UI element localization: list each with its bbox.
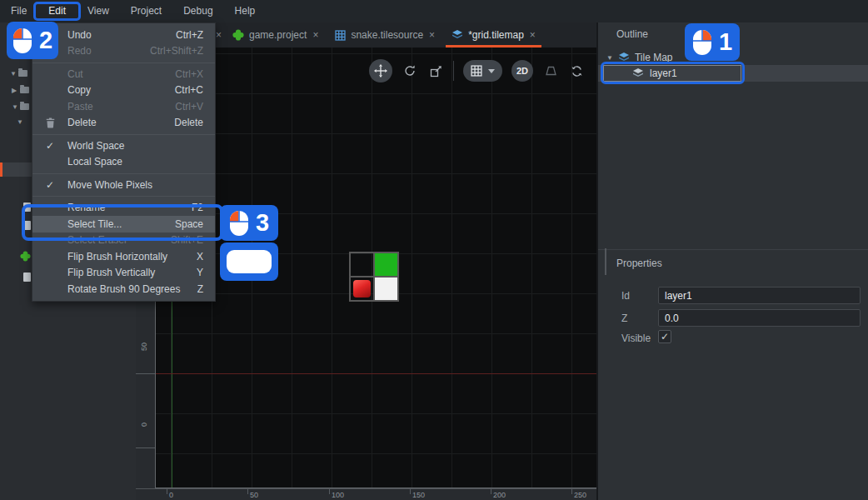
ruler-tick [136, 448, 155, 448]
x-axis-line [156, 373, 596, 374]
folder-icon [18, 70, 27, 77]
rotate-tool-button[interactable] [402, 59, 418, 82]
move-tool-button[interactable] [369, 59, 392, 82]
menu-help[interactable]: Help [224, 0, 267, 22]
grid-icon [471, 65, 482, 77]
file-icon[interactable] [23, 202, 31, 212]
menu-item-copy[interactable]: CopyCtrl+C [32, 82, 215, 99]
menu-item-select-tile[interactable]: Select Tile...Space [32, 216, 215, 232]
tilemap-cells[interactable] [349, 252, 399, 302]
visible-checkbox[interactable]: ✓ [658, 330, 671, 343]
menu-item-flip-brush-vertically[interactable]: Flip Brush VerticallyY [32, 265, 215, 282]
folder-icon [20, 103, 29, 110]
2d-mode-button[interactable]: 2D [511, 60, 533, 82]
tab-game-project[interactable]: game.project × [224, 22, 327, 48]
expander-open-icon[interactable]: ▼ [12, 103, 20, 111]
expander-open-icon[interactable]: ▼ [10, 70, 18, 78]
menu-item-local-space[interactable]: Local Space [32, 154, 215, 171]
menu-item-rotate-brush-90-degrees[interactable]: Rotate Brush 90 DegreesZ [32, 281, 215, 298]
tab-label: game.project [249, 29, 307, 41]
tab-snake-tilesource[interactable]: snake.tilesource × [327, 22, 443, 48]
z-field-label: Z [621, 312, 627, 324]
menu-item-move-whole-pixels[interactable]: ✓ Move Whole Pixels [32, 177, 215, 193]
tile-empty[interactable] [351, 253, 373, 276]
ruler-label: 250 [574, 491, 586, 499]
ruler-label: 200 [493, 491, 506, 499]
tile-green[interactable] [375, 253, 397, 276]
inspector-panel: Outline ▼ Tile Map layer1 [598, 22, 868, 500]
ruler-tick [410, 489, 411, 494]
checkbox-checked-icon: ✓ [661, 331, 669, 342]
tab-label: snake.tilesource [351, 29, 423, 41]
menu-item-select-eraser[interactable]: Select EraserShift+E [32, 232, 215, 249]
chevron-down-icon [488, 69, 495, 73]
tile-white[interactable] [375, 278, 397, 300]
mouse-left-click-icon [12, 28, 32, 54]
scene-toolbar: 2D [369, 58, 585, 83]
outline-layer-row[interactable]: layer1 [598, 65, 868, 82]
splitter-handle[interactable] [605, 248, 606, 275]
reload-button[interactable] [568, 59, 585, 82]
menu-edit[interactable]: Edit [37, 0, 77, 22]
menu-separator [32, 173, 215, 174]
mouse-right-click-icon [692, 29, 712, 56]
menu-item-paste[interactable]: PasteCtrl+V [32, 98, 215, 115]
expander-closed-icon[interactable]: ▶ [12, 87, 20, 94]
badge-number: 3 [256, 211, 269, 235]
annotation-badge-3: 3 [220, 205, 278, 241]
outline-layer-label: layer1 [650, 68, 677, 79]
menu-item-rename[interactable]: RenameF2 [32, 200, 215, 217]
menu-file[interactable]: File [0, 0, 37, 22]
menu-item-undo[interactable]: UndoCtrl+Z [32, 27, 215, 43]
ruler-tick [247, 489, 248, 494]
asset-tree-row[interactable]: ▼ [17, 115, 25, 128]
frustum-button[interactable] [542, 59, 559, 82]
tile-red-cell[interactable] [351, 278, 373, 300]
check-icon: ✓ [32, 140, 67, 152]
menu-item-cut[interactable]: CutCtrl+X [32, 66, 215, 82]
expander-open-icon[interactable]: ▼ [17, 118, 25, 126]
menu-separator [32, 196, 215, 197]
tab-close-icon[interactable]: × [429, 29, 435, 41]
grid-options-button[interactable] [463, 60, 502, 82]
folder-icon [20, 87, 29, 93]
file-icon[interactable] [23, 221, 31, 230]
tab-label: *grid.tilemap [468, 29, 524, 41]
tile-grid-line [351, 276, 397, 278]
menu-item-redo[interactable]: RedoCtrl+Shift+Z [32, 43, 215, 60]
ruler-label: 0 [169, 491, 173, 499]
file-icon[interactable] [23, 272, 31, 282]
menu-project[interactable]: Project [120, 0, 172, 22]
id-field-label: Id [621, 290, 630, 302]
tab-close-icon[interactable]: × [312, 29, 318, 41]
ruler-tick [167, 489, 167, 494]
visible-field-label: Visible [621, 332, 651, 344]
outline-root-row[interactable]: ▼ Tile Map [606, 51, 673, 64]
asset-tree-row[interactable]: ▶ [12, 83, 33, 97]
z-field[interactable] [658, 309, 861, 327]
scale-tool-button[interactable] [427, 59, 444, 82]
expander-open-icon[interactable]: ▼ [606, 54, 613, 62]
properties-title: Properties [616, 258, 662, 269]
menu-item-delete[interactable]: DeleteDelete [32, 115, 215, 132]
menu-debug[interactable]: Debug [172, 0, 223, 22]
id-field[interactable] [658, 287, 861, 304]
defold-logo-icon[interactable] [20, 251, 31, 264]
tab-close-icon[interactable]: × [216, 22, 222, 48]
tab-grid-tilemap[interactable]: *grid.tilemap × [443, 22, 544, 48]
outline-root-label: Tile Map [635, 52, 673, 63]
tab-close-icon[interactable]: × [530, 29, 536, 41]
ruler-tick [491, 489, 491, 494]
menu-item-world-space[interactable]: ✓ World Space [32, 138, 215, 154]
panel-divider [598, 249, 868, 250]
menu-edit-label: Edit [48, 5, 66, 17]
tilesource-icon [335, 30, 346, 41]
tile-red [353, 280, 371, 298]
ruler-label: 50 [250, 491, 258, 499]
ruler-label: 100 [332, 491, 344, 499]
layer-icon [632, 68, 644, 78]
toolbar-separator [453, 61, 454, 81]
asset-tree-row[interactable]: ▼ [12, 100, 33, 113]
menu-item-flip-brush-horizontally[interactable]: Flip Brush HorizontallyX [32, 248, 215, 265]
menu-view[interactable]: View [77, 0, 120, 22]
